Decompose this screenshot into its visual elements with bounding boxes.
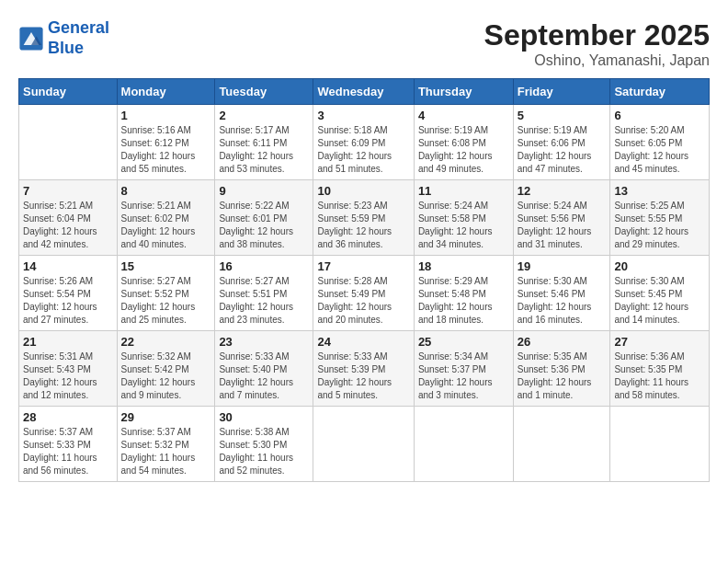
day-cell: 25Sunrise: 5:34 AM Sunset: 5:37 PM Dayli…: [414, 331, 513, 407]
day-info: Sunrise: 5:21 AM Sunset: 6:04 PM Dayligh…: [23, 200, 113, 251]
day-info: Sunrise: 5:27 AM Sunset: 5:52 PM Dayligh…: [121, 275, 211, 327]
day-cell: 8Sunrise: 5:21 AM Sunset: 6:02 PM Daylig…: [117, 180, 215, 256]
day-info: Sunrise: 5:19 AM Sunset: 6:06 PM Dayligh…: [518, 124, 607, 176]
day-number: 7: [23, 184, 113, 198]
day-number: 24: [317, 335, 409, 349]
logo-text: General Blue: [48, 18, 109, 58]
logo-icon: [18, 26, 44, 52]
day-info: Sunrise: 5:22 AM Sunset: 6:01 PM Dayligh…: [219, 200, 309, 251]
day-info: Sunrise: 5:34 AM Sunset: 5:37 PM Dayligh…: [418, 350, 509, 402]
day-number: 6: [614, 109, 705, 122]
day-cell: 12Sunrise: 5:24 AM Sunset: 5:56 PM Dayli…: [513, 180, 610, 256]
day-info: Sunrise: 5:37 AM Sunset: 5:32 PM Dayligh…: [121, 426, 211, 477]
day-cell: 7Sunrise: 5:21 AM Sunset: 6:04 PM Daylig…: [19, 180, 118, 256]
day-cell: [610, 407, 710, 482]
day-info: Sunrise: 5:35 AM Sunset: 5:36 PM Dayligh…: [518, 350, 607, 402]
day-number: 26: [518, 335, 607, 349]
day-info: Sunrise: 5:38 AM Sunset: 5:30 PM Dayligh…: [219, 426, 309, 477]
day-number: 5: [518, 109, 607, 122]
day-cell: 13Sunrise: 5:25 AM Sunset: 5:55 PM Dayli…: [610, 180, 710, 256]
day-info: Sunrise: 5:23 AM Sunset: 5:59 PM Dayligh…: [317, 200, 409, 251]
day-number: 22: [121, 335, 211, 349]
day-info: Sunrise: 5:26 AM Sunset: 5:54 PM Dayligh…: [23, 275, 113, 327]
day-number: 21: [23, 335, 113, 349]
day-number: 27: [614, 335, 705, 349]
header-day-wednesday: Wednesday: [313, 79, 414, 105]
day-cell: 2Sunrise: 5:17 AM Sunset: 6:11 PM Daylig…: [215, 105, 313, 180]
day-cell: 18Sunrise: 5:29 AM Sunset: 5:48 PM Dayli…: [414, 256, 513, 331]
day-cell: 20Sunrise: 5:30 AM Sunset: 5:45 PM Dayli…: [610, 256, 710, 331]
day-cell: 14Sunrise: 5:26 AM Sunset: 5:54 PM Dayli…: [19, 256, 118, 331]
day-info: Sunrise: 5:30 AM Sunset: 5:46 PM Dayligh…: [518, 275, 607, 327]
header-day-friday: Friday: [513, 79, 610, 105]
day-info: Sunrise: 5:19 AM Sunset: 6:08 PM Dayligh…: [418, 124, 509, 176]
day-info: Sunrise: 5:37 AM Sunset: 5:33 PM Dayligh…: [23, 426, 113, 477]
day-number: 25: [418, 335, 509, 349]
day-info: Sunrise: 5:21 AM Sunset: 6:02 PM Dayligh…: [121, 200, 211, 251]
header-day-thursday: Thursday: [414, 79, 513, 105]
week-row-2: 7Sunrise: 5:21 AM Sunset: 6:04 PM Daylig…: [19, 180, 710, 256]
day-cell: 24Sunrise: 5:33 AM Sunset: 5:39 PM Dayli…: [313, 331, 414, 407]
day-number: 13: [614, 184, 705, 198]
day-number: 9: [219, 184, 309, 198]
day-info: Sunrise: 5:24 AM Sunset: 5:56 PM Dayligh…: [518, 200, 607, 251]
logo: General Blue: [18, 18, 109, 58]
day-cell: 28Sunrise: 5:37 AM Sunset: 5:33 PM Dayli…: [19, 407, 118, 482]
day-number: 28: [23, 410, 113, 424]
day-number: 15: [121, 259, 211, 273]
day-cell: 11Sunrise: 5:24 AM Sunset: 5:58 PM Dayli…: [414, 180, 513, 256]
day-cell: 27Sunrise: 5:36 AM Sunset: 5:35 PM Dayli…: [610, 331, 710, 407]
day-cell: 3Sunrise: 5:18 AM Sunset: 6:09 PM Daylig…: [313, 105, 414, 180]
day-number: 29: [121, 410, 211, 424]
day-number: 20: [614, 259, 705, 273]
day-info: Sunrise: 5:29 AM Sunset: 5:48 PM Dayligh…: [418, 275, 509, 327]
day-cell: 23Sunrise: 5:33 AM Sunset: 5:40 PM Dayli…: [215, 331, 313, 407]
day-number: 12: [518, 184, 607, 198]
day-number: 14: [23, 259, 113, 273]
title-area: September 2025 Oshino, Yamanashi, Japan: [484, 18, 710, 69]
day-cell: 16Sunrise: 5:27 AM Sunset: 5:51 PM Dayli…: [215, 256, 313, 331]
day-cell: 30Sunrise: 5:38 AM Sunset: 5:30 PM Dayli…: [215, 407, 313, 482]
day-cell: [513, 407, 610, 482]
day-cell: 5Sunrise: 5:19 AM Sunset: 6:06 PM Daylig…: [513, 105, 610, 180]
day-info: Sunrise: 5:33 AM Sunset: 5:40 PM Dayligh…: [219, 350, 309, 402]
header-day-saturday: Saturday: [610, 79, 710, 105]
day-info: Sunrise: 5:32 AM Sunset: 5:42 PM Dayligh…: [121, 350, 211, 402]
day-number: 4: [418, 109, 509, 122]
day-number: 30: [219, 410, 309, 424]
week-row-1: 1Sunrise: 5:16 AM Sunset: 6:12 PM Daylig…: [19, 105, 710, 180]
day-number: 8: [121, 184, 211, 198]
day-number: 16: [219, 259, 309, 273]
day-number: 1: [121, 109, 211, 122]
day-cell: 22Sunrise: 5:32 AM Sunset: 5:42 PM Dayli…: [117, 331, 215, 407]
week-row-3: 14Sunrise: 5:26 AM Sunset: 5:54 PM Dayli…: [19, 256, 710, 331]
day-cell: 10Sunrise: 5:23 AM Sunset: 5:59 PM Dayli…: [313, 180, 414, 256]
header-row: SundayMondayTuesdayWednesdayThursdayFrid…: [19, 79, 710, 105]
location-title: Oshino, Yamanashi, Japan: [484, 52, 710, 69]
day-cell: 1Sunrise: 5:16 AM Sunset: 6:12 PM Daylig…: [117, 105, 215, 180]
day-cell: 9Sunrise: 5:22 AM Sunset: 6:01 PM Daylig…: [215, 180, 313, 256]
day-info: Sunrise: 5:24 AM Sunset: 5:58 PM Dayligh…: [418, 200, 509, 251]
day-number: 3: [317, 109, 409, 122]
day-info: Sunrise: 5:30 AM Sunset: 5:45 PM Dayligh…: [614, 275, 705, 327]
day-info: Sunrise: 5:27 AM Sunset: 5:51 PM Dayligh…: [219, 275, 309, 327]
day-cell: 21Sunrise: 5:31 AM Sunset: 5:43 PM Dayli…: [19, 331, 118, 407]
day-cell: [414, 407, 513, 482]
day-cell: 29Sunrise: 5:37 AM Sunset: 5:32 PM Dayli…: [117, 407, 215, 482]
week-row-5: 28Sunrise: 5:37 AM Sunset: 5:33 PM Dayli…: [19, 407, 710, 482]
day-info: Sunrise: 5:20 AM Sunset: 6:05 PM Dayligh…: [614, 124, 705, 176]
day-number: 19: [518, 259, 607, 273]
day-cell: [19, 105, 118, 180]
day-info: Sunrise: 5:25 AM Sunset: 5:55 PM Dayligh…: [614, 200, 705, 251]
day-number: 10: [317, 184, 409, 198]
day-info: Sunrise: 5:31 AM Sunset: 5:43 PM Dayligh…: [23, 350, 113, 402]
day-cell: 6Sunrise: 5:20 AM Sunset: 6:05 PM Daylig…: [610, 105, 710, 180]
day-number: 17: [317, 259, 409, 273]
header-day-sunday: Sunday: [19, 79, 118, 105]
day-cell: [313, 407, 414, 482]
day-info: Sunrise: 5:36 AM Sunset: 5:35 PM Dayligh…: [614, 350, 705, 402]
header: General Blue September 2025 Oshino, Yama…: [18, 18, 710, 69]
day-info: Sunrise: 5:17 AM Sunset: 6:11 PM Dayligh…: [219, 124, 309, 176]
header-day-monday: Monday: [117, 79, 215, 105]
day-cell: 15Sunrise: 5:27 AM Sunset: 5:52 PM Dayli…: [117, 256, 215, 331]
